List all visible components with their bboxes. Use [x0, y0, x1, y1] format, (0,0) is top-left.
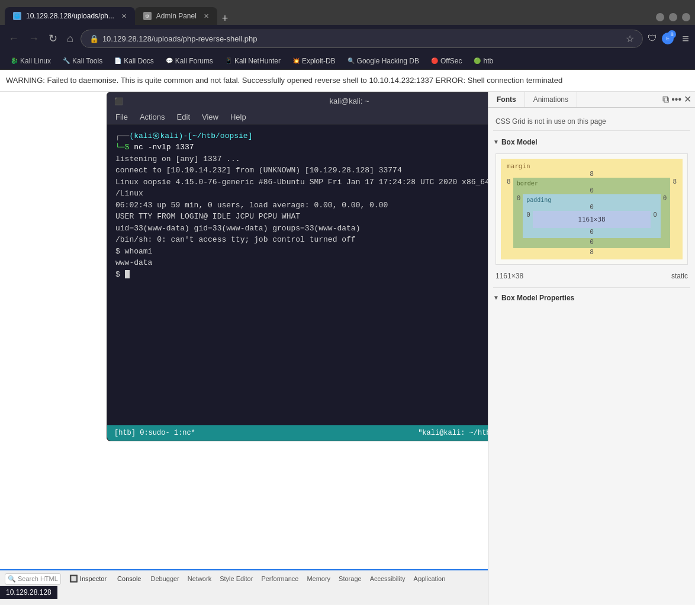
terminal-output-8: $ whoami: [115, 246, 488, 258]
devtools-tab-network[interactable]: Network: [184, 573, 215, 585]
terminal-menu-file[interactable]: File: [115, 113, 128, 121]
tab-label-2: Admin Panel: [156, 12, 197, 20]
terminal-menu-help[interactable]: Help: [230, 113, 246, 121]
css-grid-info: CSS Grid is not in use on this page: [493, 113, 690, 131]
back-button[interactable]: ←: [6, 31, 21, 46]
bm-padding-right: 0: [653, 211, 657, 228]
devtools-tab-style-editor[interactable]: Style Editor: [216, 573, 256, 585]
devtools-action-more[interactable]: •••: [671, 94, 681, 105]
devtools-tab-storage[interactable]: Storage: [335, 573, 365, 585]
prompt-path: (kali㉿kali)-[~/htb/oopsie]: [129, 131, 252, 140]
forward-button[interactable]: →: [26, 31, 41, 46]
panel-sub-tabs: Fonts Animations ⧉ ••• ✕: [488, 92, 695, 108]
bookmark-icon[interactable]: ☆: [626, 33, 634, 44]
devtools-tab-debugger[interactable]: Debugger: [147, 573, 182, 585]
ip-display: 10.129.28.128: [0, 586, 57, 599]
terminal-command: nc -nvlp 1337: [134, 143, 194, 152]
terminal-output-7: /bin/sh: 0: can't access tty; job contro…: [115, 234, 488, 246]
bm-border-right: 0: [663, 194, 667, 238]
devtools-tab-inspector[interactable]: 🔲 Inspector: [65, 572, 111, 585]
bm-border-sides: 0 padding 0 0: [517, 194, 667, 238]
devtools-close-button[interactable]: ✕: [684, 94, 691, 105]
tmux-status-left: [htb] 0:sudo- 1:nc*: [114, 429, 195, 437]
bookmark-exploitdb[interactable]: 💥 Exploit-DB: [288, 56, 340, 66]
address-bar[interactable]: 🔒 10.129.28.128/uploads/php-reverse-shel…: [81, 30, 643, 48]
bmp-arrow: ▼: [493, 294, 499, 301]
terminal-output-3: Linux oopsie 4.15.0-76-generic #86-Ubunt…: [115, 177, 488, 188]
security-icon: 🔒: [89, 34, 99, 43]
bookmark-kali-linux[interactable]: 🐉 Kali Linux: [6, 56, 56, 66]
devtools-panel: Fonts Animations ⧉ ••• ✕ CSS Grid is not…: [488, 92, 695, 605]
bookmark-label-1: Kali Linux: [20, 57, 51, 65]
warning-message: WARNING: Failed to daemonise. This is qu…: [6, 76, 562, 85]
tab-admin[interactable]: ⚙ Admin Panel ✕: [135, 7, 217, 25]
terminal-content: ┌──(kali㉿kali)-[~/htb/oopsie] └─$ nc -nv…: [107, 124, 488, 425]
maximize-button[interactable]: [669, 13, 677, 21]
bookmark-ghdb[interactable]: 🔍 Google Hacking DB: [343, 56, 424, 66]
bm-padding: padding 0 0 1161×38 0: [523, 194, 661, 238]
terminal-menu-edit[interactable]: Edit: [177, 113, 190, 121]
terminal-menu-actions[interactable]: Actions: [140, 113, 165, 121]
panel-tab-fonts[interactable]: Fonts: [488, 92, 525, 107]
devtools-bottom-bar: 🔍 Search HTML 🔲 Inspector Console Debugg…: [0, 569, 488, 605]
box-model-properties-header[interactable]: ▼ Box Model Properties: [493, 291, 690, 304]
terminal-command-line: └─$ nc -nvlp 1337: [115, 142, 488, 153]
tab-active[interactable]: 🌐 10.129.28.128/uploads/ph... ✕: [5, 7, 135, 25]
devtools-action-copy[interactable]: ⧉: [662, 94, 669, 105]
bookmark-kali-tools[interactable]: 🔧 Kali Tools: [58, 56, 107, 66]
menu-button[interactable]: ≡: [682, 32, 689, 46]
bookmark-label-3: Kali Docs: [124, 57, 154, 65]
tab-close-2[interactable]: ✕: [204, 12, 209, 20]
devtools-tab-performance[interactable]: Performance: [258, 573, 302, 585]
terminal-prompt: ┌──(kali㉿kali)-[~/htb/oopsie]: [115, 130, 488, 142]
inspector-tab-label: Inspector: [80, 575, 107, 582]
tab-close-1[interactable]: ✕: [121, 12, 127, 20]
browser-frame: 🌐 10.129.28.128/uploads/ph... ✕ ⚙ Admin …: [0, 0, 695, 616]
reload-button[interactable]: ↻: [46, 31, 60, 46]
new-tab-button[interactable]: +: [222, 12, 229, 25]
bm-padding-sides: 0 1161×38 0: [526, 211, 657, 228]
bookmark-label-9: htb: [483, 57, 493, 65]
address-text: 10.129.28.128/uploads/php-reverse-shell.…: [102, 34, 258, 43]
tab-favicon-1: 🌐: [13, 12, 21, 20]
terminal-menu: File Actions Edit View Help: [107, 110, 488, 124]
ip-text: 10.129.28.128: [6, 588, 52, 596]
terminal-output-2: connect to [10.10.14.232] from (UNKNOWN)…: [115, 165, 488, 177]
terminal-title-bar: ⬛ kali@kali: ~: [107, 92, 488, 110]
terminal-output-4: 06:02:43 up 59 min, 0 users, load averag…: [115, 200, 488, 211]
extension-badge: 8: [668, 30, 676, 38]
bookmarks-bar: 🐉 Kali Linux 🔧 Kali Tools 📄 Kali Docs 💬 …: [0, 52, 695, 70]
devtools-tab-console[interactable]: Console: [112, 573, 146, 585]
bmp-label: Box Model Properties: [501, 294, 574, 302]
bookmark-label-6: Exploit-DB: [302, 57, 336, 65]
home-button[interactable]: ⌂: [65, 31, 76, 46]
bm-border-top: 0: [517, 187, 667, 194]
devtools-tab-accessibility[interactable]: Accessibility: [366, 573, 409, 585]
bm-margin-sides: 8 border 0 0: [507, 178, 677, 248]
box-model-header[interactable]: ▼ Box Model: [493, 136, 690, 149]
minimize-button[interactable]: [656, 13, 664, 21]
nav-bar: ← → ↻ ⌂ 🔒 10.129.28.128/uploads/php-reve…: [0, 25, 695, 52]
vpn-icon[interactable]: 🛡: [648, 33, 657, 44]
bm-margin-top: 8: [507, 170, 677, 178]
box-model-label: Box Model: [501, 138, 538, 146]
panel-tab-animations[interactable]: Animations: [525, 92, 577, 107]
bookmark-htb[interactable]: 🟢 htb: [469, 56, 498, 66]
devtools-tab-application[interactable]: Application: [410, 573, 449, 585]
devtools-tab-memory[interactable]: Memory: [303, 573, 334, 585]
bookmark-kali-forums[interactable]: 💬 Kali Forums: [161, 56, 218, 66]
bookmark-kali-docs[interactable]: 📄 Kali Docs: [110, 56, 159, 66]
page-area: WARNING: Failed to daemonise. This is qu…: [0, 70, 695, 616]
box-model-section: ▼ Box Model margin 8 8: [493, 136, 690, 283]
bm-padding-left: 0: [526, 211, 530, 228]
close-button[interactable]: [682, 13, 690, 21]
search-html-placeholder: Search HTML: [18, 575, 58, 582]
bm-margin-right: 8: [673, 178, 677, 248]
bookmark-nethunter[interactable]: 📱 Kali NetHunter: [220, 56, 285, 66]
extension-icon-badge[interactable]: E 8: [662, 33, 674, 44]
bookmark-offsec[interactable]: 🔴 OffSec: [426, 56, 466, 66]
box-model-arrow: ▼: [493, 139, 499, 145]
terminal-output-5: USER TTY FROM LOGIN@ IDLE JCPU PCPU WHAT: [115, 211, 488, 223]
bm-border-bottom: 0: [517, 238, 667, 246]
terminal-menu-view[interactable]: View: [202, 113, 218, 121]
